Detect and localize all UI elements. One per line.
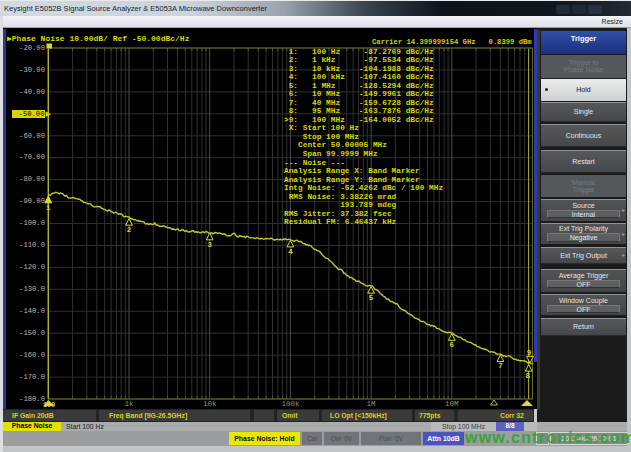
svg-text:8: 8 (525, 372, 530, 380)
svg-text:7: 7 (498, 362, 503, 370)
svg-text:1: 1 (46, 204, 51, 212)
svg-text:4: 4 (288, 248, 293, 256)
svg-text:5: 5 (369, 294, 374, 302)
svg-text:6: 6 (450, 341, 455, 349)
svg-text:9: 9 (527, 349, 532, 357)
svg-text:3: 3 (207, 241, 212, 249)
svg-text:2: 2 (127, 226, 132, 234)
